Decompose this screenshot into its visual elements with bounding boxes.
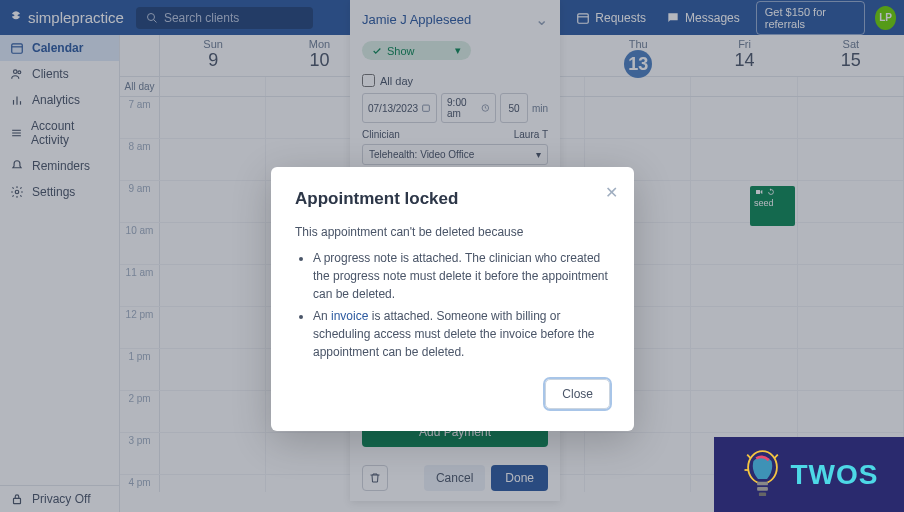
modal-bullet-1: A progress note is attached. The clinici… <box>313 249 610 303</box>
modal-bullet-2: An invoice is attached. Someone with bil… <box>313 307 610 361</box>
modal-close-button[interactable]: ✕ <box>605 183 618 202</box>
modal-title: Appointment locked <box>295 189 610 209</box>
modal-intro: This appointment can't be deleted becaus… <box>295 223 610 241</box>
appointment-locked-modal: ✕ Appointment locked This appointment ca… <box>271 167 634 431</box>
svg-line-25 <box>774 455 778 459</box>
invoice-link[interactable]: invoice <box>331 309 368 323</box>
svg-rect-21 <box>757 482 768 486</box>
svg-rect-23 <box>758 493 765 497</box>
svg-line-24 <box>747 455 751 459</box>
twos-text: TWOS <box>791 459 879 491</box>
twos-badge: TWOS <box>714 437 904 512</box>
lightbulb-icon <box>740 447 785 502</box>
svg-rect-22 <box>757 487 768 491</box>
close-button[interactable]: Close <box>545 379 610 409</box>
